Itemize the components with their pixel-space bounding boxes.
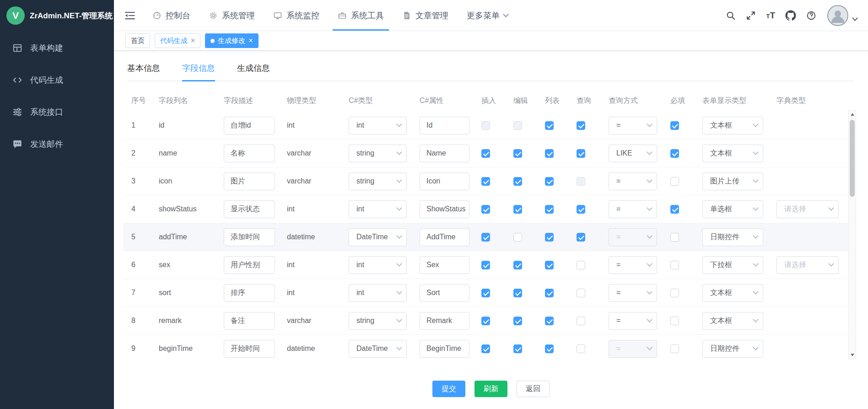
chevron-down-icon[interactable] bbox=[852, 15, 858, 21]
csharp-type-select[interactable]: string bbox=[349, 145, 407, 162]
list-checkbox[interactable] bbox=[545, 205, 554, 214]
sidebar-item-send-mail[interactable]: 发送邮件 bbox=[0, 128, 114, 160]
nav-item-system-manage[interactable]: 系统管理 bbox=[199, 0, 264, 31]
csharp-property-input[interactable]: AddTime bbox=[420, 228, 469, 246]
display-type-select[interactable]: 日期控件 bbox=[702, 228, 763, 246]
field-description-input[interactable]: 显示状态 bbox=[224, 200, 275, 218]
required-checkbox[interactable] bbox=[670, 344, 679, 353]
insert-checkbox[interactable] bbox=[481, 205, 490, 214]
list-checkbox[interactable] bbox=[545, 177, 554, 186]
query-checkbox[interactable] bbox=[577, 233, 585, 242]
close-tab-icon[interactable]: × bbox=[248, 37, 253, 44]
query-mode-select[interactable]: = bbox=[609, 172, 657, 190]
dict-type-select[interactable]: 请选择 bbox=[776, 200, 839, 218]
list-checkbox[interactable] bbox=[545, 149, 554, 158]
back-button[interactable]: 返回 bbox=[517, 381, 550, 397]
csharp-type-select[interactable]: string bbox=[349, 312, 407, 330]
insert-checkbox[interactable] bbox=[481, 149, 490, 158]
tab-generate-info[interactable]: 生成信息 bbox=[237, 63, 270, 81]
edit-checkbox[interactable] bbox=[513, 149, 522, 158]
query-checkbox[interactable] bbox=[577, 205, 585, 214]
scrollbar-thumb[interactable] bbox=[850, 120, 855, 197]
required-checkbox[interactable] bbox=[670, 233, 679, 242]
insert-checkbox[interactable] bbox=[481, 177, 490, 186]
list-checkbox[interactable] bbox=[545, 233, 554, 242]
field-description-input[interactable]: 名称 bbox=[224, 145, 275, 162]
nav-item-system-monitor[interactable]: 系统监控 bbox=[264, 0, 329, 31]
query-mode-select[interactable]: LIKE bbox=[609, 145, 657, 162]
field-description-input[interactable]: 排序 bbox=[224, 284, 275, 302]
csharp-type-select[interactable]: int bbox=[349, 284, 407, 302]
csharp-type-select[interactable]: DateTime bbox=[349, 228, 407, 246]
list-checkbox[interactable] bbox=[545, 289, 554, 297]
csharp-type-select[interactable]: DateTime bbox=[349, 340, 407, 358]
display-type-select[interactable]: 单选框 bbox=[702, 200, 763, 218]
sidebar-item-code-generation[interactable]: 代码生成 bbox=[0, 64, 114, 96]
required-checkbox[interactable] bbox=[670, 149, 679, 158]
query-checkbox[interactable] bbox=[577, 261, 585, 269]
query-mode-select[interactable]: = bbox=[609, 312, 657, 330]
field-description-input[interactable]: 图片 bbox=[224, 172, 275, 190]
display-type-select[interactable]: 文本框 bbox=[702, 117, 763, 135]
nav-item-article-manage[interactable]: 文章管理 bbox=[393, 0, 458, 31]
csharp-property-input[interactable]: BeginTime bbox=[420, 340, 469, 358]
csharp-property-input[interactable]: Remark bbox=[420, 312, 469, 330]
required-checkbox[interactable] bbox=[670, 121, 679, 130]
csharp-property-input[interactable]: Icon bbox=[420, 172, 469, 190]
csharp-type-select[interactable]: int bbox=[349, 117, 407, 135]
required-checkbox[interactable] bbox=[670, 289, 679, 297]
dict-type-select[interactable]: 请选择 bbox=[776, 256, 839, 274]
fullscreen-icon[interactable] bbox=[746, 11, 756, 21]
query-mode-select[interactable]: = bbox=[609, 200, 657, 218]
required-checkbox[interactable] bbox=[670, 261, 679, 269]
close-tab-icon[interactable]: × bbox=[191, 37, 195, 44]
table-scrollbar[interactable] bbox=[848, 110, 856, 359]
scroll-down-button[interactable] bbox=[849, 351, 856, 359]
search-icon[interactable] bbox=[726, 11, 736, 21]
csharp-property-input[interactable]: Id bbox=[420, 117, 469, 135]
tab-home[interactable]: 首页 bbox=[125, 33, 150, 48]
display-type-select[interactable]: 文本框 bbox=[702, 312, 763, 330]
insert-checkbox[interactable] bbox=[481, 289, 490, 297]
insert-checkbox[interactable] bbox=[481, 233, 490, 242]
csharp-property-input[interactable]: Sort bbox=[420, 284, 469, 302]
nav-item-more-menu[interactable]: 更多菜单 bbox=[458, 0, 517, 31]
edit-checkbox[interactable] bbox=[513, 344, 522, 353]
edit-checkbox[interactable] bbox=[513, 205, 522, 214]
display-type-select[interactable]: 文本框 bbox=[702, 284, 763, 302]
list-checkbox[interactable] bbox=[545, 261, 554, 269]
insert-checkbox[interactable] bbox=[481, 344, 490, 353]
required-checkbox[interactable] bbox=[670, 317, 679, 325]
field-description-input[interactable]: 自增id bbox=[224, 117, 275, 135]
tab-generate-edit[interactable]: 生成修改× bbox=[205, 33, 258, 48]
csharp-type-select[interactable]: string bbox=[349, 172, 407, 190]
edit-checkbox[interactable] bbox=[513, 261, 522, 269]
github-icon[interactable] bbox=[785, 10, 796, 21]
list-checkbox[interactable] bbox=[545, 121, 554, 130]
field-description-input[interactable]: 用户性别 bbox=[224, 256, 275, 274]
query-mode-select[interactable]: = bbox=[609, 117, 657, 135]
submit-button[interactable]: 提交 bbox=[432, 381, 465, 397]
csharp-type-select[interactable]: int bbox=[349, 256, 407, 274]
csharp-property-input[interactable]: Sex bbox=[420, 256, 469, 274]
query-checkbox[interactable] bbox=[577, 344, 585, 353]
tab-field-info[interactable]: 字段信息 bbox=[182, 63, 215, 81]
menu-fold-icon[interactable] bbox=[124, 10, 136, 22]
help-icon[interactable] bbox=[806, 11, 816, 21]
sidebar-item-form-build[interactable]: 表单构建 bbox=[0, 32, 114, 64]
edit-checkbox[interactable] bbox=[513, 317, 522, 325]
display-type-select[interactable]: 下拉框 bbox=[702, 256, 763, 274]
required-checkbox[interactable] bbox=[670, 205, 679, 214]
csharp-property-input[interactable]: ShowStatus bbox=[420, 200, 469, 218]
insert-checkbox[interactable] bbox=[481, 261, 490, 269]
edit-checkbox[interactable] bbox=[513, 289, 522, 297]
query-checkbox[interactable] bbox=[577, 317, 585, 325]
list-checkbox[interactable] bbox=[545, 317, 554, 325]
insert-checkbox[interactable] bbox=[481, 317, 490, 325]
query-checkbox[interactable] bbox=[577, 289, 585, 297]
scroll-up-button[interactable] bbox=[849, 111, 856, 118]
query-mode-select[interactable]: = bbox=[609, 256, 657, 274]
field-description-input[interactable]: 开始时间 bbox=[224, 340, 275, 358]
edit-checkbox[interactable] bbox=[513, 177, 522, 186]
tab-basic-info[interactable]: 基本信息 bbox=[127, 63, 160, 81]
